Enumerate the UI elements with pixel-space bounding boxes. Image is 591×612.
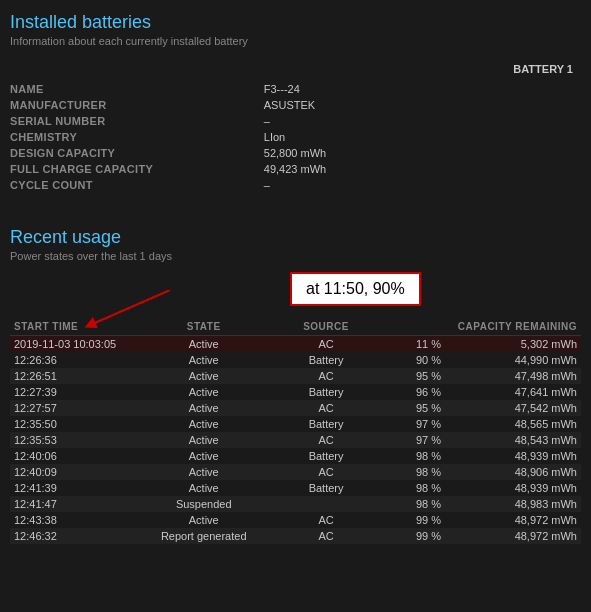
battery-field-value: –	[264, 177, 581, 193]
row-state: Active	[126, 400, 282, 416]
row-state: Active	[126, 384, 282, 400]
row-capacity: 48,565 mWh	[445, 416, 581, 432]
table-row: 12:46:32Report generatedAC99 %48,972 mWh	[10, 528, 581, 544]
table-row: 12:40:06ActiveBattery98 %48,939 mWh	[10, 448, 581, 464]
battery-field-label: CYCLE COUNT	[10, 177, 264, 193]
row-state: Active	[126, 336, 282, 353]
battery-field-value: LIon	[264, 129, 581, 145]
tooltip-box: at 11:50, 90%	[290, 272, 421, 306]
battery-field-label: DESIGN CAPACITY	[10, 145, 264, 161]
table-row: 12:27:57ActiveAC95 %47,542 mWh	[10, 400, 581, 416]
arrow-indicator	[70, 290, 180, 330]
svg-line-1	[90, 290, 170, 325]
row-capacity: 48,983 mWh	[445, 496, 581, 512]
row-source	[282, 496, 370, 512]
battery-field-label: MANUFACTURER	[10, 97, 264, 113]
row-capacity: 48,543 mWh	[445, 432, 581, 448]
row-start-time: 12:26:51	[10, 368, 126, 384]
installed-batteries-subtitle: Information about each currently install…	[10, 35, 581, 47]
row-start-time: 12:35:50	[10, 416, 126, 432]
battery-field-value: –	[264, 113, 581, 129]
row-start-time: 12:40:09	[10, 464, 126, 480]
row-capacity: 47,641 mWh	[445, 384, 581, 400]
row-capacity: 48,972 mWh	[445, 528, 581, 544]
row-state: Active	[126, 416, 282, 432]
table-row: 12:41:39ActiveBattery98 %48,939 mWh	[10, 480, 581, 496]
row-capacity: 48,906 mWh	[445, 464, 581, 480]
row-capacity: 48,939 mWh	[445, 448, 581, 464]
row-source: AC	[282, 336, 370, 353]
row-source: AC	[282, 400, 370, 416]
row-source: AC	[282, 368, 370, 384]
row-state: Active	[126, 352, 282, 368]
row-start-time: 12:27:57	[10, 400, 126, 416]
table-row: 12:41:47Suspended98 %48,983 mWh	[10, 496, 581, 512]
row-start-time: 12:35:53	[10, 432, 126, 448]
table-row: 12:35:50ActiveBattery97 %48,565 mWh	[10, 416, 581, 432]
col-header-pct	[370, 318, 445, 336]
table-row: 12:35:53ActiveAC97 %48,543 mWh	[10, 432, 581, 448]
row-start-time: 12:27:39	[10, 384, 126, 400]
row-source: AC	[282, 512, 370, 528]
battery-info-table: BATTERY 1 NAMEF3---24MANUFACTURERASUSTEK…	[10, 61, 581, 193]
row-capacity: 44,990 mWh	[445, 352, 581, 368]
battery-column-header: BATTERY 1	[264, 61, 581, 81]
table-row: 12:43:38ActiveAC99 %48,972 mWh	[10, 512, 581, 528]
row-source: AC	[282, 432, 370, 448]
row-capacity: 48,939 mWh	[445, 480, 581, 496]
row-percentage: 95 %	[370, 368, 445, 384]
recent-usage-title: Recent usage	[10, 227, 581, 248]
row-percentage: 98 %	[370, 464, 445, 480]
row-state: Active	[126, 432, 282, 448]
table-row: 12:26:36ActiveBattery90 %44,990 mWh	[10, 352, 581, 368]
row-source: Battery	[282, 416, 370, 432]
battery-field-label: FULL CHARGE CAPACITY	[10, 161, 264, 177]
row-source: Battery	[282, 384, 370, 400]
row-percentage: 96 %	[370, 384, 445, 400]
table-row: 12:26:51ActiveAC95 %47,498 mWh	[10, 368, 581, 384]
battery-field-label: NAME	[10, 81, 264, 97]
row-state: Report generated	[126, 528, 282, 544]
row-state: Suspended	[126, 496, 282, 512]
recent-usage-section: Recent usage Power states over the last …	[10, 227, 581, 544]
row-start-time: 12:40:06	[10, 448, 126, 464]
table-row: 12:40:09ActiveAC98 %48,906 mWh	[10, 464, 581, 480]
row-percentage: 98 %	[370, 448, 445, 464]
row-state: Active	[126, 448, 282, 464]
row-capacity: 5,302 mWh	[445, 336, 581, 353]
row-percentage: 98 %	[370, 496, 445, 512]
installed-batteries-section: Installed batteries Information about ea…	[10, 12, 581, 193]
row-percentage: 95 %	[370, 400, 445, 416]
battery-field-label: CHEMISTRY	[10, 129, 264, 145]
battery-field-value: 52,800 mWh	[264, 145, 581, 161]
installed-batteries-title: Installed batteries	[10, 12, 581, 33]
row-capacity: 47,498 mWh	[445, 368, 581, 384]
row-percentage: 98 %	[370, 480, 445, 496]
col-header-cap: CAPACITY REMAINING	[445, 318, 581, 336]
battery-field-value: F3---24	[264, 81, 581, 97]
row-source: AC	[282, 528, 370, 544]
row-source: Battery	[282, 480, 370, 496]
row-state: Active	[126, 368, 282, 384]
row-percentage: 97 %	[370, 416, 445, 432]
table-row: 12:27:39ActiveBattery96 %47,641 mWh	[10, 384, 581, 400]
row-capacity: 48,972 mWh	[445, 512, 581, 528]
row-source: AC	[282, 464, 370, 480]
usage-table: START TIME STATE SOURCE CAPACITY REMAINI…	[10, 318, 581, 544]
row-percentage: 99 %	[370, 512, 445, 528]
row-source: Battery	[282, 448, 370, 464]
row-percentage: 11 %	[370, 336, 445, 353]
table-row: 2019-11-03 10:03:05ActiveAC11 %5,302 mWh	[10, 336, 581, 353]
battery-field-value: 49,423 mWh	[264, 161, 581, 177]
row-start-time: 12:26:36	[10, 352, 126, 368]
row-start-time: 12:43:38	[10, 512, 126, 528]
row-state: Active	[126, 512, 282, 528]
row-start-time: 12:46:32	[10, 528, 126, 544]
battery-field-value: ASUSTEK	[264, 97, 581, 113]
row-start-time: 2019-11-03 10:03:05	[10, 336, 126, 353]
battery-field-label: SERIAL NUMBER	[10, 113, 264, 129]
col-header-source: SOURCE	[282, 318, 370, 336]
row-state: Active	[126, 480, 282, 496]
row-source: Battery	[282, 352, 370, 368]
row-percentage: 99 %	[370, 528, 445, 544]
